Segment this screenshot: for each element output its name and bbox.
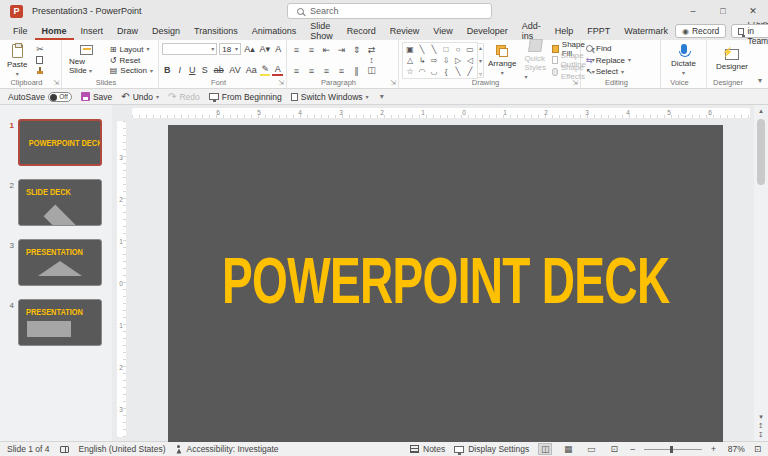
maximize-button[interactable]: □ (708, 0, 738, 22)
shape-icon[interactable]: ╱ (465, 66, 476, 76)
customize-qat-icon[interactable]: ▾ (380, 93, 384, 101)
tab-file[interactable]: File (6, 22, 35, 40)
arrange-button[interactable]: Arrange ▾ (484, 45, 520, 76)
font-size-select[interactable]: 18▾ (219, 43, 241, 55)
justify-button[interactable]: ≡ (335, 65, 348, 76)
tab-home[interactable]: Home (35, 22, 74, 40)
tab-draw[interactable]: Draw (110, 22, 145, 40)
character-spacing-button[interactable]: AV (227, 65, 242, 75)
slide-thumbnail-3[interactable]: PRESENTATION (18, 239, 102, 286)
tab-slide-show[interactable]: Slide Show (303, 22, 340, 40)
spell-check-button[interactable] (60, 446, 69, 453)
tab-watermark[interactable]: Watermark (617, 22, 675, 40)
gallery-up-icon[interactable]: ▴ (479, 44, 482, 51)
dialog-launcher-icon[interactable]: ⇲ (53, 79, 59, 87)
text-direction-button[interactable]: ⇄ (365, 45, 378, 55)
dialog-launcher-icon[interactable]: ⇲ (390, 79, 396, 87)
font-name-select[interactable]: ▾ (162, 43, 217, 55)
decrease-indent-button[interactable]: ⇤ (320, 44, 333, 55)
shape-icon[interactable]: ◡ (429, 66, 440, 76)
dialog-launcher-icon[interactable]: ⇲ (278, 79, 284, 87)
align-left-button[interactable]: ≡ (290, 65, 303, 76)
zoom-slider[interactable] (644, 449, 702, 450)
slide-title-text[interactable]: POWERPOINT DECK (222, 244, 669, 318)
vertical-scrollbar[interactable]: ▴ ▾ ↥ ↧ (754, 105, 768, 441)
slide-thumbnail-4[interactable]: PRESENTATION (18, 299, 102, 346)
accessibility-button[interactable]: Accessibility: Investigate (175, 444, 278, 454)
redo-button[interactable]: ↷ Redo (168, 91, 200, 102)
shape-icon[interactable]: ╲ (417, 44, 428, 54)
scroll-up-icon[interactable]: ▴ (759, 105, 763, 115)
reading-view-button[interactable]: ▭ (584, 443, 598, 455)
tab-add-ins[interactable]: Add-ins (515, 22, 548, 40)
zoom-level[interactable]: 87% (725, 444, 745, 454)
record-button[interactable]: ◉ Record (675, 24, 726, 38)
paste-button[interactable]: Paste ▾ (3, 44, 31, 77)
layout-button[interactable]: ⊞Layout▾ (110, 44, 153, 55)
increase-font-size-button[interactable]: A▴ (243, 44, 256, 54)
shape-icon[interactable]: ○ (453, 44, 464, 54)
cut-button[interactable]: ✂ (33, 44, 46, 55)
tab-record[interactable]: Record (340, 22, 383, 40)
convert-smartart-button[interactable]: ◫ (365, 65, 378, 75)
shape-icon[interactable]: □ (441, 44, 452, 54)
reset-button[interactable]: ↺Reset (110, 55, 153, 66)
zoom-in-button[interactable]: + (711, 444, 716, 454)
shape-icon[interactable]: ↳ (417, 55, 428, 65)
close-button[interactable]: ✕ (738, 0, 768, 22)
slide-sorter-view-button[interactable]: ▦ (561, 443, 575, 455)
section-button[interactable]: ▤Section▾ (110, 65, 153, 76)
previous-slide-icon[interactable]: ↥ (758, 422, 764, 430)
slide-thumbnail-1[interactable]: POWERPOINT DECK (18, 119, 102, 166)
shape-icon[interactable]: { (441, 66, 452, 76)
present-in-teams-button[interactable]: Present in Teams (731, 24, 768, 38)
tab-developer[interactable]: Developer (460, 22, 515, 40)
minimize-button[interactable]: – (678, 0, 708, 22)
shape-icon[interactable]: ╲ (429, 44, 440, 54)
bold-button[interactable]: B (162, 65, 173, 75)
shape-icon[interactable]: ⇩ (441, 55, 452, 65)
shape-icon[interactable]: ◁ (465, 55, 476, 65)
tab-insert[interactable]: Insert (74, 22, 111, 40)
tab-review[interactable]: Review (383, 22, 427, 40)
shapes-gallery[interactable]: ▣ ╲ ╲ □ ○ ▭ △ ↳ ⇨ ⇩ ▷ ◁ ☆ ◠ ◡ { ╲ ╱ (402, 42, 478, 79)
font-color-button[interactable]: A (272, 64, 283, 76)
tab-fppt[interactable]: FPPT (580, 22, 617, 40)
display-settings-button[interactable]: Display Settings (454, 444, 529, 454)
zoom-out-button[interactable]: – (630, 444, 635, 454)
tab-transitions[interactable]: Transitions (187, 22, 245, 40)
fit-slide-button[interactable]: ⊡ (754, 444, 761, 454)
dialog-launcher-icon[interactable]: ⇲ (572, 79, 578, 87)
save-button[interactable]: Save (81, 92, 112, 102)
zoom-slider-thumb[interactable] (670, 446, 673, 453)
designer-button[interactable]: Designer (712, 49, 752, 71)
columns-button[interactable]: ∥ (350, 65, 363, 76)
align-right-button[interactable]: ≡ (320, 65, 333, 76)
tab-design[interactable]: Design (145, 22, 187, 40)
dictate-button[interactable]: Dictate ▾ (667, 44, 700, 76)
change-case-button[interactable]: Aa (245, 65, 258, 75)
quick-styles-button[interactable]: Quick Styles ▾ (520, 39, 550, 81)
text-shadow-button[interactable]: S (200, 65, 211, 75)
replace-button[interactable]: ⇆Replace▾ (586, 55, 631, 66)
gallery-more-icon[interactable]: ▿ (479, 70, 482, 77)
next-slide-icon[interactable]: ↧ (758, 431, 764, 439)
scrollbar-thumb[interactable] (757, 119, 765, 185)
from-beginning-button[interactable]: From Beginning (209, 92, 282, 102)
select-button[interactable]: ↖Select▾ (586, 66, 631, 77)
autosave-toggle[interactable]: AutoSave Off (8, 92, 72, 102)
shape-icon[interactable]: ▭ (465, 44, 476, 54)
copy-button[interactable] (33, 55, 46, 66)
normal-view-button[interactable]: ◫ (538, 443, 552, 455)
underline-button[interactable]: U (187, 65, 198, 75)
bullets-button[interactable]: ≡ (290, 44, 303, 55)
tab-view[interactable]: View (426, 22, 459, 40)
undo-button[interactable]: ↶ Undo ▾ (121, 91, 159, 102)
find-button[interactable]: Find (586, 43, 631, 54)
clear-formatting-button[interactable]: A (273, 44, 283, 54)
format-painter-button[interactable] (33, 65, 46, 76)
shape-icon[interactable]: ⇨ (429, 55, 440, 65)
notes-button[interactable]: Notes (410, 444, 445, 454)
shape-icon[interactable]: ▷ (453, 55, 464, 65)
increase-indent-button[interactable]: ⇥ (335, 44, 348, 55)
